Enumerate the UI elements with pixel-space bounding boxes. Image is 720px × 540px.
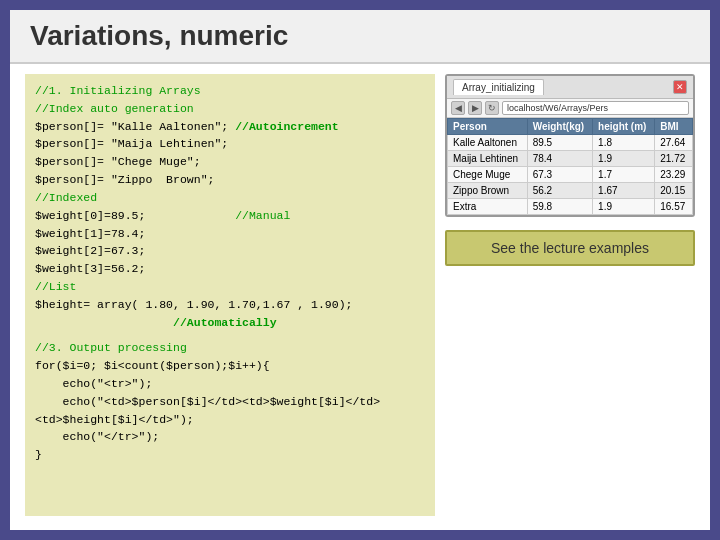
code-line: $person[]= "Zippo Brown"; (35, 171, 425, 189)
browser-tab: Array_initializing (453, 79, 544, 95)
comment: //List (35, 280, 76, 293)
code-line: //1. Initializing Arrays (35, 82, 425, 100)
code-line: $weight[1]=78.4; (35, 225, 425, 243)
code-line: //Indexed (35, 189, 425, 207)
auto-comment: //Automatically (173, 316, 277, 329)
browser-titlebar: Array_initializing ✕ (447, 76, 693, 99)
table-cell: 20.15 (655, 183, 693, 199)
table-cell: 1.67 (593, 183, 655, 199)
table-cell: 59.8 (527, 199, 592, 215)
code-section: //1. Initializing Arrays //Index auto ge… (25, 74, 435, 516)
table-row: Chege Muge67.31.723.29 (448, 167, 693, 183)
data-table: Person Weight(kg) height (m) BMI Kalle A… (447, 118, 693, 215)
code-line: $person[]= "Chege Muge"; (35, 153, 425, 171)
browser-forward-button[interactable]: ▶ (468, 101, 482, 115)
table-cell: 21.72 (655, 151, 693, 167)
right-section: Array_initializing ✕ ◀ ▶ ↻ localhost/W6/… (445, 74, 695, 516)
table-header-bmi: BMI (655, 119, 693, 135)
code-line: //3. Output processing (35, 339, 425, 357)
comment: //1. Initializing Arrays (35, 84, 201, 97)
table-cell: 78.4 (527, 151, 592, 167)
table-cell: 1.8 (593, 135, 655, 151)
table-cell: 67.3 (527, 167, 592, 183)
table-cell: 1.7 (593, 167, 655, 183)
code-line: for($i=0; $i<count($person);$i++){ (35, 357, 425, 375)
comment: //Index auto generation (35, 102, 194, 115)
code-line: $weight[2]=67.3; (35, 242, 425, 260)
table-header-height: height (m) (593, 119, 655, 135)
table-row: Zippo Brown56.21.6720.15 (448, 183, 693, 199)
code-line: echo("<tr>"); (35, 375, 425, 393)
table-cell: Maija Lehtinen (448, 151, 528, 167)
code-line: $weight[3]=56.2; (35, 260, 425, 278)
table-cell: 23.29 (655, 167, 693, 183)
table-header-row: Person Weight(kg) height (m) BMI (448, 119, 693, 135)
code-line: } (35, 446, 425, 464)
comment: //3. Output processing (35, 341, 187, 354)
table-header-weight: Weight(kg) (527, 119, 592, 135)
browser-window: Array_initializing ✕ ◀ ▶ ↻ localhost/W6/… (445, 74, 695, 217)
table-header-person: Person (448, 119, 528, 135)
slide: Variations, numeric //1. Initializing Ar… (10, 10, 710, 530)
table-cell: Chege Muge (448, 167, 528, 183)
lecture-examples-button[interactable]: See the lecture examples (445, 230, 695, 266)
code-line: //Automatically (35, 314, 425, 332)
table-row: Kalle Aaltonen89.51.827.64 (448, 135, 693, 151)
table-cell: 16.57 (655, 199, 693, 215)
table-cell: 89.5 (527, 135, 592, 151)
slide-content: //1. Initializing Arrays //Index auto ge… (10, 64, 710, 526)
code-line: $person[]= "Maija Lehtinen"; (35, 135, 425, 153)
browser-controls: ◀ ▶ ↻ localhost/W6/Arrays/Pers (447, 99, 693, 118)
browser-close-button[interactable]: ✕ (673, 80, 687, 94)
code-line: //Index auto generation (35, 100, 425, 118)
browser-refresh-button[interactable]: ↻ (485, 101, 499, 115)
table-cell: Extra (448, 199, 528, 215)
browser-content: Person Weight(kg) height (m) BMI Kalle A… (447, 118, 693, 215)
comment: //Manual (235, 209, 290, 222)
code-line: $height= array( 1.80, 1.90, 1.70,1.67 , … (35, 296, 425, 314)
table-cell: 56.2 (527, 183, 592, 199)
browser-address-bar[interactable]: localhost/W6/Arrays/Pers (502, 101, 689, 115)
slide-title: Variations, numeric (10, 10, 710, 64)
code-line: echo("<td>$person[$i]</td><td>$weight[$i… (35, 393, 425, 429)
autoincrement-comment: //Autoincrement (235, 120, 339, 133)
code-line: $weight[0]=89.5; //Manual (35, 207, 425, 225)
table-row: Maija Lehtinen78.41.921.72 (448, 151, 693, 167)
table-cell: 1.9 (593, 199, 655, 215)
code-line: echo("</tr>"); (35, 428, 425, 446)
table-cell: Kalle Aaltonen (448, 135, 528, 151)
table-cell: Zippo Brown (448, 183, 528, 199)
comment: //Indexed (35, 191, 97, 204)
table-cell: 1.9 (593, 151, 655, 167)
table-row: Extra59.81.916.57 (448, 199, 693, 215)
code-line: $person[]= "Kalle Aaltonen"; //Autoincre… (35, 118, 425, 136)
table-cell: 27.64 (655, 135, 693, 151)
browser-back-button[interactable]: ◀ (451, 101, 465, 115)
code-line: //List (35, 278, 425, 296)
